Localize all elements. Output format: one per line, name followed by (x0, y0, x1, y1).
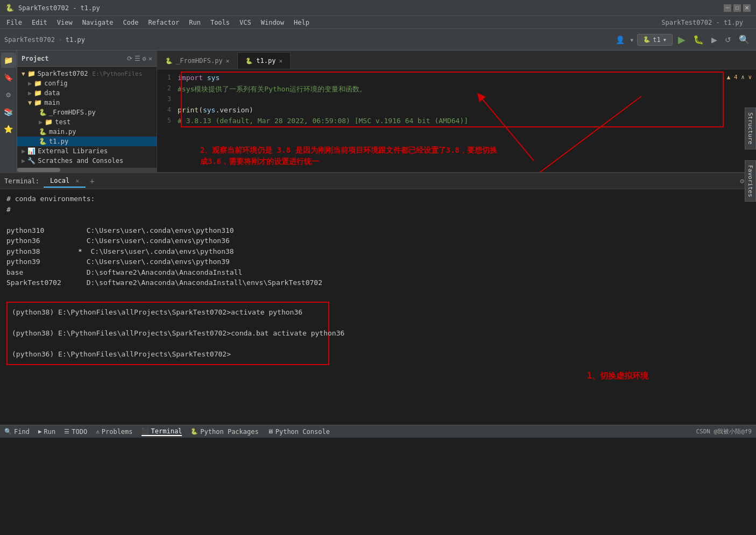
python-packages-label: Python Packages (200, 428, 258, 436)
tree-main-label: main (44, 99, 60, 106)
term-line-4: python310 C:\Users\user\.conda\envs\pyth… (6, 225, 750, 236)
account-icon[interactable]: 👤 ▾ (616, 35, 634, 44)
python-console-toolbar-item[interactable]: 🖥 Python Console (267, 428, 330, 436)
terminal-label: Terminal: (4, 177, 39, 185)
toolbar-breadcrumb-project[interactable]: SparkTest0702 (4, 36, 55, 44)
tree-item-config[interactable]: ▶ 📁 config (17, 79, 157, 88)
line-num-4: 4 (161, 106, 178, 113)
terminal-settings-icon[interactable]: ⚙ (740, 177, 744, 185)
todo-label: TODO (72, 428, 87, 436)
tree-data-label: data (44, 89, 60, 97)
close-button[interactable]: ✕ (743, 4, 751, 12)
tab-fromhdfs-close[interactable]: ✕ (226, 58, 230, 65)
menu-vcs[interactable]: VCS (235, 18, 256, 27)
python-packages-icon: 🐍 (190, 428, 198, 435)
term-line-6: python38 * C:\Users\user\.conda\envs\pyt… (6, 246, 750, 257)
horizontal-scrollbar[interactable] (17, 168, 157, 172)
menu-tools[interactable]: Tools (206, 18, 234, 27)
terminal-tab-close[interactable]: ✕ (75, 177, 79, 184)
run-config-selector[interactable]: 🐍 t1 ▾ (637, 34, 673, 46)
structure-label[interactable]: Structure (745, 108, 756, 149)
folder-icon: ▼ (22, 70, 25, 77)
tab-fromhdfs[interactable]: 🐍 _FromHDFS.py ✕ (157, 52, 237, 69)
menu-refactor[interactable]: Refactor (144, 18, 183, 27)
search-button[interactable]: 🔍 (737, 33, 752, 46)
tree-extlibs-label: External Libraries (38, 147, 108, 155)
terminal-content[interactable]: # conda environments: # python310 C:\Use… (0, 189, 756, 425)
tree-root-label: SparkTest0702 (38, 70, 88, 77)
panel-header: Project ⟳ ☰ ⚙ ✕ (17, 51, 157, 67)
menu-run[interactable]: Run (185, 18, 205, 27)
tree-item-mainpy[interactable]: 🐍 main.py (17, 127, 157, 137)
minimize-button[interactable]: ─ (724, 4, 731, 12)
menu-help[interactable]: Help (289, 18, 314, 27)
tree-item-root[interactable]: ▼ 📁 SparkTest0702 E:\PythonFiles (17, 69, 157, 79)
coverage-button[interactable]: ▶ (709, 34, 719, 45)
run-button[interactable]: ▶ (676, 33, 688, 47)
line-content-4: print(sys.version) (178, 106, 253, 114)
favorites-label[interactable]: Favorites (745, 160, 756, 202)
folder-expanded-icon-main: ▼ (28, 99, 32, 106)
menu-view[interactable]: View (53, 18, 77, 27)
menu-file[interactable]: File (2, 18, 26, 27)
scratches-collapsed-icon: ▶ (22, 157, 25, 165)
todo-toolbar-item[interactable]: ☰ TODO (64, 428, 87, 436)
term-cmd-blank1 (12, 318, 324, 329)
tree-item-test[interactable]: ▶ 📁 test (17, 117, 157, 127)
tree-scratches-label: Scratches and Consoles (38, 157, 123, 165)
tree-item-extlibs[interactable]: ▶ 📊 External Libraries (17, 146, 157, 156)
search-icon: 🔍 (4, 428, 12, 435)
favorites-tool-button[interactable]: ⭐ (1, 122, 16, 137)
tab-t1py-close[interactable]: ✕ (279, 58, 282, 65)
status-right: CSDN @我被小陌@f9 (696, 427, 752, 436)
run-config-dropdown-icon: ▾ (663, 36, 667, 44)
tab-t1py[interactable]: 🐍 t1.py ✕ (237, 52, 291, 69)
menu-edit[interactable]: Edit (27, 18, 52, 27)
learn-tool-button[interactable]: 📚 (1, 104, 16, 119)
tree-item-scratches[interactable]: ▶ 🔧 Scratches and Consoles (17, 156, 157, 166)
tab-fromhdfs-label: _FromHDFS.py (176, 57, 223, 65)
term-line-5: python36 C:\Users\user\.conda\envs\pytho… (6, 236, 750, 246)
breadcrumb-separator: › (58, 35, 62, 44)
structure-tool-button[interactable]: ⚙ (1, 87, 16, 102)
panel-header-icons: ⟳ ☰ ⚙ ✕ (127, 55, 152, 62)
run-toolbar-item[interactable]: ▶ Run (38, 428, 55, 436)
maximize-button[interactable]: □ (733, 4, 741, 12)
python-packages-toolbar-item[interactable]: 🐍 Python Packages (190, 428, 258, 436)
stop-button[interactable]: ↺ (723, 34, 733, 45)
tree-test-label: test (55, 118, 70, 126)
project-tool-button[interactable]: 📁 (1, 53, 16, 68)
tree-item-data[interactable]: ▶ 📁 data (17, 88, 157, 98)
panel-collapse-icon[interactable]: ☰ (135, 55, 140, 62)
tree-item-fromhdfs[interactable]: 🐍 _FromHDFS.py (17, 108, 157, 117)
problems-icon: ⚠ (96, 428, 100, 435)
py-file-icon-mainpy: 🐍 (39, 128, 47, 135)
menu-window[interactable]: Window (257, 18, 288, 27)
run-icon: ▶ (38, 428, 42, 435)
toolbar-breadcrumb-file[interactable]: t1.py (66, 36, 85, 44)
app-icon: 🐍 (5, 4, 14, 12)
debug-button[interactable]: 🐛 (691, 33, 706, 46)
problems-toolbar-item[interactable]: ⚠ Problems (96, 428, 132, 436)
panel-gear-icon[interactable]: ⚙ (143, 55, 146, 62)
terminal-tab-local-label: Local (50, 177, 69, 184)
panel-sync-icon[interactable]: ⟳ (127, 55, 132, 62)
menu-navigate[interactable]: Navigate (78, 18, 118, 27)
code-editor[interactable]: ▲ 4 ∧ ∨ 1 import sys 2 #sys模块提供了一系列有关Pyt… (157, 69, 756, 172)
add-terminal-button[interactable]: + (88, 177, 96, 186)
term-line-blank (6, 288, 750, 299)
menu-code[interactable]: Code (119, 18, 143, 27)
find-toolbar-item[interactable]: 🔍 Find (4, 428, 30, 436)
terminal-red-section: (python38) E:\PythonFiles\allProjects\Sp… (6, 302, 329, 365)
scratches-icon: 🔧 (27, 157, 36, 165)
terminal-toolbar-item[interactable]: ⬛ Terminal (142, 427, 182, 436)
panel-hide-icon[interactable]: ✕ (149, 55, 152, 62)
term-line-7: python39 C:\Users\user\.conda\envs\pytho… (6, 256, 750, 267)
terminal-tab-local[interactable]: Local ✕ (44, 175, 86, 188)
tree-item-t1py[interactable]: 🐍 t1.py (17, 137, 157, 146)
term-line-9: SparkTest0702 D:\software2\Anaconda\Anac… (6, 277, 750, 288)
tree-item-main[interactable]: ▼ 📁 main (17, 98, 157, 108)
bookmarks-tool-button[interactable]: 🔖 (1, 70, 16, 85)
term-line-3 (6, 215, 750, 225)
scrollbar-thumb[interactable] (17, 168, 60, 172)
